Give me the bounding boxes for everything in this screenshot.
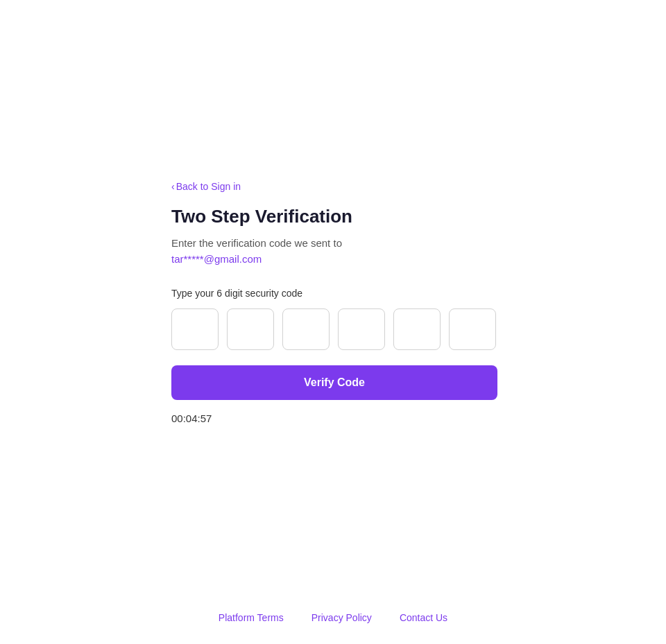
platform-terms-link[interactable]: Platform Terms xyxy=(219,612,284,623)
code-input-1[interactable] xyxy=(171,308,219,350)
countdown-timer: 00:04:57 xyxy=(171,412,497,424)
description: Enter the verification code we sent to t… xyxy=(171,236,497,267)
masked-email: tar*****@gmail.com xyxy=(171,253,262,265)
page-title: Two Step Verification xyxy=(171,206,497,227)
code-input-3[interactable] xyxy=(282,308,330,350)
verify-code-button[interactable]: Verify Code xyxy=(171,365,497,400)
code-input-4[interactable] xyxy=(338,308,385,350)
contact-us-link[interactable]: Contact Us xyxy=(400,612,447,623)
code-input-2[interactable] xyxy=(227,308,274,350)
code-input-5[interactable] xyxy=(393,308,441,350)
back-to-signin-link[interactable]: ‹ Back to Sign in xyxy=(171,181,241,192)
chevron-left-icon: ‹ xyxy=(171,181,175,192)
code-input-6[interactable] xyxy=(449,308,496,350)
footer: Platform Terms Privacy Policy Contact Us xyxy=(0,612,666,623)
description-line1: Enter the verification code we sent to xyxy=(171,237,342,249)
main-content: ‹ Back to Sign in Two Step Verification … xyxy=(171,180,497,424)
code-inputs-container xyxy=(171,308,497,350)
privacy-policy-link[interactable]: Privacy Policy xyxy=(311,612,372,623)
code-label: Type your 6 digit security code xyxy=(171,288,497,299)
back-to-signin-label: Back to Sign in xyxy=(176,181,241,192)
